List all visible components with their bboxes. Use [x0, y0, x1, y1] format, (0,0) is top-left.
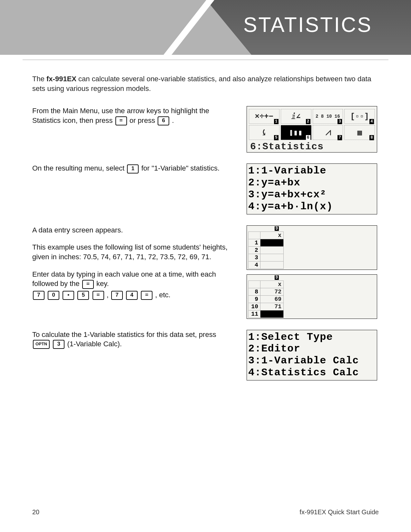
page-title: STATISTICS [243, 13, 372, 37]
cell-9: 69 [260, 295, 283, 303]
complex-icon: ⅈ∠ [291, 112, 301, 121]
step2-end: for "1-Variable" statistics. [141, 164, 220, 172]
menu-num-6: 6 [306, 135, 310, 140]
screen5: 1:Select Type 2:Editor 3:1-Variable Calc… [247, 330, 379, 385]
optn-menu-screen: 1:Select Type 2:Editor 3:1-Variable Calc… [247, 330, 377, 380]
equals-key-2: = [82, 280, 94, 289]
menu-cell-6-selected: ⫿▮▮6 [281, 125, 311, 140]
step2-text: On the resulting menu, select 1 for "1-V… [32, 163, 235, 173]
menu-grid: ×÷+−1 ⅈ∠2 2 8 10 163 [▫▫]4 ⤹5 ⫿▮▮6 ⩘7 ▦8 [248, 108, 376, 140]
stat-type-screen: 1:1-Variable 2:y=a+bx 3:y=a+bx+cx² 4:y=a… [247, 163, 377, 214]
data-table-filled: x 872 969 1071 11 [248, 281, 284, 318]
cell-4 [260, 261, 283, 269]
step1-end: . [172, 116, 174, 124]
header-rule [23, 60, 388, 60]
screen5-line4: 4:Statistics Calc [248, 367, 376, 379]
intro-text1: The [32, 75, 46, 83]
intro-text2: can calculate several one-variable stati… [32, 75, 371, 93]
cell-8: 72 [260, 288, 283, 295]
key-0: 0 [48, 291, 59, 300]
cell-10: 71 [260, 303, 283, 310]
menu-cell-2: ⅈ∠2 [281, 109, 311, 124]
menu-num-2: 2 [306, 119, 310, 124]
menu-num-3: 3 [338, 119, 342, 124]
page-header: STATISTICS [0, 0, 411, 55]
cell-11 [260, 310, 283, 318]
three-key: 3 [53, 340, 64, 349]
col-header-x2: x [260, 281, 283, 288]
step3-line3-wrap: Enter data by typing in each value one a… [32, 270, 235, 289]
data-entry-screen-filled: D x 872 969 1071 11 [247, 274, 377, 319]
equals-key: = [115, 116, 127, 125]
indicator-d-2: D [275, 275, 279, 280]
matrix-icon: [▫▫] [350, 112, 369, 121]
row-4: 4 [249, 261, 260, 269]
row-2: 2 [249, 246, 260, 254]
row-9: 9 [249, 295, 260, 303]
menu-cell-3: 2 8 10 163 [313, 109, 343, 124]
indicator-d-1: D [275, 226, 279, 231]
step3-line2: This example uses the following list of … [32, 242, 235, 261]
key-eq2: = [141, 291, 152, 300]
one-key: 1 [127, 164, 139, 173]
model-name: fx-991EX [46, 75, 76, 83]
cell-2 [260, 246, 283, 254]
step3-line3end: key. [96, 280, 109, 288]
key-7b: 7 [111, 291, 123, 300]
screen2-line2: 2:y=a+bx [248, 177, 376, 189]
screen2-line3: 3:y=a+bx+cx² [248, 189, 376, 201]
vector-icon: ⤹ [261, 128, 267, 137]
cell-3 [260, 254, 283, 261]
key-7: 7 [33, 291, 44, 300]
page-number: 20 [32, 508, 39, 516]
menu-cell-4: [▫▫]4 [344, 109, 375, 124]
step1-mid: or press [130, 116, 157, 124]
key-4: 4 [126, 291, 138, 300]
spreadsheet-icon: ▦ [357, 128, 362, 137]
calc-icon: ×÷+− [255, 112, 274, 121]
key-5: 5 [77, 291, 89, 300]
step1-text: From the Main Menu, use the arrow keys t… [32, 106, 235, 125]
menu-cell-1: ×÷+−1 [249, 109, 279, 124]
step-row-4: To calculate the 1-Variable statistics f… [32, 330, 379, 385]
step3-text: A data entry screen appears. This exampl… [32, 225, 235, 300]
guide-name: fx-991EX Quick Start Guide [299, 508, 379, 516]
step-row-2: On the resulting menu, select 1 for "1-V… [32, 163, 379, 219]
screens-3-4: D x 1 2 3 4 D x 872 969 1071 11 [247, 225, 379, 323]
key-sep: , [107, 291, 111, 299]
menu-label: 6:Statistics [248, 141, 376, 152]
menu-cell-5: ⤹5 [249, 125, 279, 140]
key-tail: , etc. [155, 291, 171, 299]
six-key: 6 [158, 116, 169, 125]
menu-num-4: 4 [369, 119, 374, 124]
screen5-line1: 1:Select Type [248, 331, 376, 343]
step4-text: To calculate the 1-Variable statistics f… [32, 330, 235, 349]
row-3: 3 [249, 254, 260, 261]
content: The fx-991EX can calculate several one-v… [32, 74, 379, 388]
step3-line1: A data entry screen appears. [32, 225, 235, 235]
menu-num-1: 1 [274, 119, 279, 124]
row-8: 8 [249, 288, 260, 295]
key-sequence: 7 0 • 5 = , 7 4 = , etc. [32, 290, 235, 300]
step-row-1: From the Main Menu, use the arrow keys t… [32, 106, 379, 157]
screen2-line4: 4:y=a+b·ln(x) [248, 201, 376, 213]
screen2: 1:1-Variable 2:y=a+bx 3:y=a+bx+cx² 4:y=a… [247, 163, 379, 219]
screen5-line2: 2:Editor [248, 343, 376, 355]
step2-main: On the resulting menu, select [32, 164, 126, 172]
base-icon: 2 8 10 16 [316, 114, 340, 119]
screen5-line3: 3:1-Variable Calc [248, 355, 376, 367]
key-eq: = [93, 291, 104, 300]
step4-t1: To calculate the 1-Variable statistics f… [32, 330, 216, 339]
step-row-3: A data entry screen appears. This exampl… [32, 225, 379, 323]
menu-cell-7: ⩘7 [313, 125, 343, 140]
step4-t2: (1-Variable Calc). [67, 340, 122, 348]
data-table-empty: x 1 2 3 4 [248, 232, 284, 269]
data-entry-screen-empty: D x 1 2 3 4 [247, 225, 377, 270]
row-1: 1 [249, 239, 260, 246]
intro-paragraph: The fx-991EX can calculate several one-v… [32, 74, 379, 93]
key-dot: • [63, 291, 74, 300]
menu-cell-8: ▦8 [344, 125, 375, 140]
row-11: 11 [249, 310, 260, 318]
main-menu-screen: ×÷+−1 ⅈ∠2 2 8 10 163 [▫▫]4 ⤹5 ⫿▮▮6 ⩘7 ▦8… [247, 106, 377, 153]
cell-1 [260, 239, 283, 246]
